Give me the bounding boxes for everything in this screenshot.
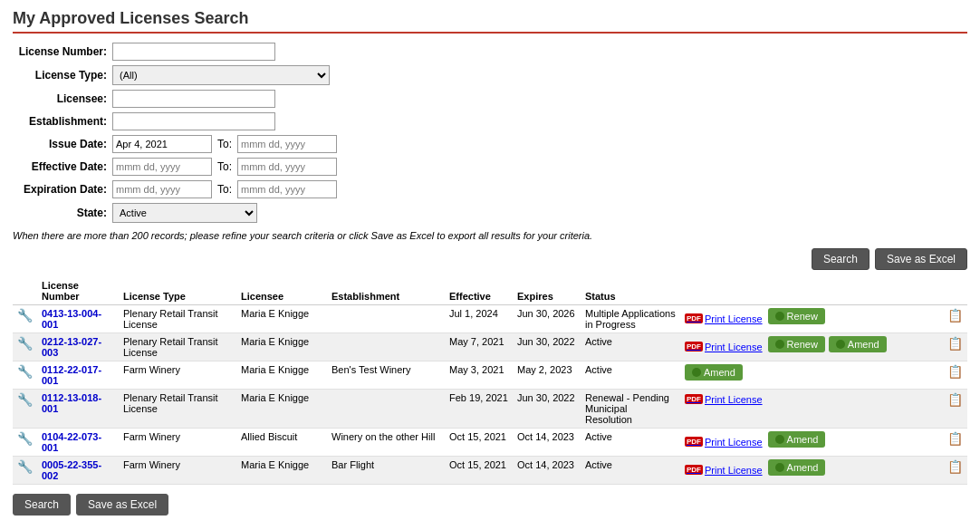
copy-icon-cell[interactable]: 📋 [943,333,967,361]
pdf-icon: PDF [685,437,703,447]
renew-button[interactable]: Renew [768,336,825,352]
copy-icon: 📋 [947,336,963,351]
pdf-icon: PDF [685,465,703,475]
issue-date-to-input[interactable] [237,135,337,153]
print-license-link[interactable]: PDFPrint License [685,313,763,324]
top-button-row: Search Save as Excel [13,248,967,270]
issue-date-label: Issue Date: [13,138,112,150]
table-row: 🔧0112-13-018-001Plenary Retail Transit L… [13,390,967,429]
effective-date-to-label: To: [217,160,232,173]
status-cell: Active [581,429,680,457]
copy-icon: 📋 [947,308,963,323]
amend-circle-icon [836,340,845,349]
actions-cell: PDFPrint LicenseRenew [680,305,943,333]
col-license-type: License Type [119,277,236,305]
amend-button[interactable]: Amend [768,431,826,448]
pdf-icon: PDF [685,394,703,404]
actions-cell: PDFPrint LicenseAmend [680,457,943,485]
license-type-cell: Plenary Retail Transit License [119,333,236,361]
license-type-cell: Plenary Retail Transit License [119,305,236,333]
print-license-link[interactable]: PDFPrint License [685,342,763,352]
license-type-cell: Farm Winery [119,457,236,485]
page-title: My Approved Licenses Search [13,9,967,34]
status-cell: Active [581,333,680,361]
license-number-cell: 0112-13-018-001 [37,390,119,429]
wrench-icon: 🔧 [17,364,33,379]
search-note: When there are more than 200 records; pl… [13,230,967,241]
pdf-icon: PDF [685,313,703,323]
establishment-input[interactable] [112,112,275,130]
expires-cell: Jun 30, 2026 [513,305,581,333]
issue-date-to-label: To: [217,138,232,150]
license-number-cell: 0104-22-073-001 [37,429,119,457]
wrench-icon: 🔧 [17,392,33,407]
print-license-link[interactable]: PDFPrint License [685,437,763,448]
actions-cell: PDFPrint License [680,390,943,429]
col-copy [943,277,967,305]
licensee-cell: Maria E Knigge [236,457,327,485]
establishment-cell [327,333,445,361]
wrench-icon-cell: 🔧 [13,305,37,333]
license-type-cell: Plenary Retail Transit License [119,390,236,429]
copy-icon-cell[interactable]: 📋 [943,361,967,390]
status-cell: Renewal - Pending Municipal Resolution [581,390,680,429]
expires-cell: Jun 30, 2022 [513,333,581,361]
table-row: 🔧0413-13-004-001Plenary Retail Transit L… [13,305,967,333]
license-number-cell: 0005-22-355-002 [37,457,119,485]
effective-cell: Oct 15, 2021 [445,429,513,457]
copy-icon-cell[interactable]: 📋 [943,390,967,429]
effective-date-from-input[interactable] [112,158,212,176]
table-row: 🔧0104-22-073-001Farm WineryAllied Biscui… [13,429,967,457]
bottom-button-row: Search Save as Excel [13,494,967,516]
effective-cell: May 3, 2021 [445,361,513,390]
wrench-icon-cell: 🔧 [13,361,37,390]
establishment-cell: Bar Flight [327,457,445,485]
licensee-cell: Maria E Knigge [236,305,327,333]
amend-circle-icon [692,368,701,377]
state-select[interactable]: ActiveInactiveAll [112,203,257,223]
issue-date-from-input[interactable] [112,135,212,153]
expiration-date-from-input[interactable] [112,180,212,198]
state-label: State: [13,207,112,219]
copy-icon-cell[interactable]: 📋 [943,429,967,457]
col-establishment: Establishment [327,277,445,305]
table-row: 🔧0112-22-017-001Farm WineryMaria E Knigg… [13,361,967,390]
amend-circle-icon [775,463,784,472]
amend-button[interactable]: Amend [685,364,743,381]
renew-button[interactable]: Renew [768,308,825,324]
copy-icon-cell[interactable]: 📋 [943,305,967,333]
wrench-icon: 🔧 [17,336,33,351]
results-table: License Number License Type Licensee Est… [13,277,967,485]
print-license-link[interactable]: PDFPrint License [685,465,763,476]
wrench-icon-cell: 🔧 [13,333,37,361]
actions-cell: Amend [680,361,943,390]
effective-date-to-input[interactable] [237,158,337,176]
copy-icon-cell[interactable]: 📋 [943,457,967,485]
save-excel-button-bottom[interactable]: Save as Excel [76,494,168,516]
expires-cell: Oct 14, 2023 [513,429,581,457]
license-number-input[interactable] [112,43,275,61]
save-excel-button-top[interactable]: Save as Excel [875,248,967,270]
license-type-select[interactable]: (All)Farm WineryPlenary Retail Transit L… [112,65,330,85]
effective-cell: Feb 19, 2021 [445,390,513,429]
search-button-bottom[interactable]: Search [13,494,71,516]
wrench-icon-cell: 🔧 [13,457,37,485]
amend-button[interactable]: Amend [829,336,887,352]
print-license-link[interactable]: PDFPrint License [685,394,763,405]
license-type-label: License Type: [13,69,112,82]
wrench-icon-cell: 🔧 [13,429,37,457]
search-button-top[interactable]: Search [812,248,870,270]
amend-button[interactable]: Amend [768,459,826,476]
licensee-input[interactable] [112,90,275,108]
effective-cell: Oct 15, 2021 [445,457,513,485]
col-license-number: License Number [37,277,119,305]
expires-cell: May 2, 2023 [513,361,581,390]
establishment-cell [327,390,445,429]
effective-date-label: Effective Date: [13,160,112,173]
establishment-label: Establishment: [13,115,112,128]
license-number-cell: 0413-13-004-001 [37,305,119,333]
wrench-icon: 🔧 [17,459,33,474]
amend-circle-icon [775,435,784,444]
expiration-date-to-input[interactable] [237,180,337,198]
effective-cell: May 7, 2021 [445,333,513,361]
